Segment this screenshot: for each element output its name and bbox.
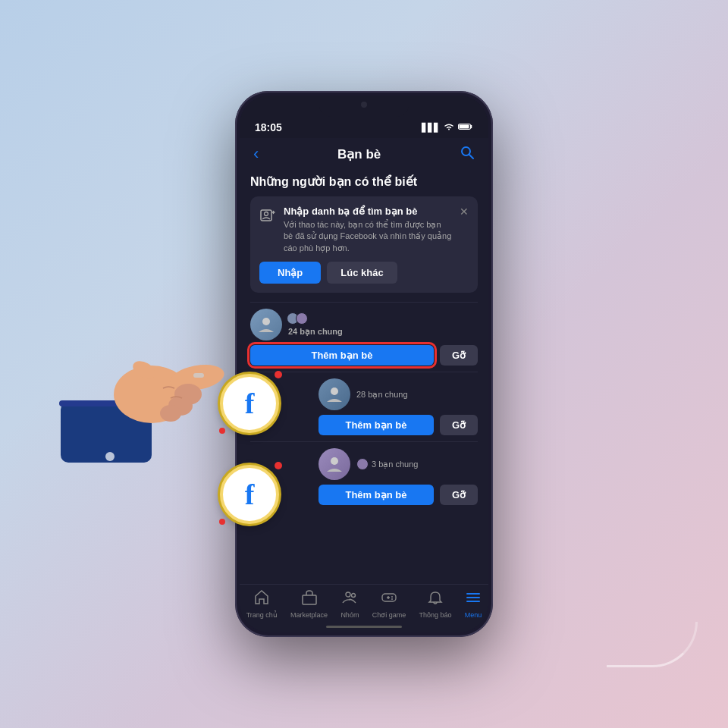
import-close-button[interactable]: ✕ — [460, 206, 469, 218]
friend-info-3: 3 bạn chung — [355, 458, 418, 470]
back-button[interactable]: ‹ — [253, 144, 259, 164]
import-button[interactable]: Nhập — [259, 262, 321, 284]
import-title: Nhập danh bạ để tìm bạn bè — [284, 206, 452, 217]
later-button[interactable]: Lúc khác — [327, 262, 397, 284]
import-card: Nhập danh bạ để tìm bạn bè Với thao tác … — [250, 196, 478, 293]
svg-point-7 — [331, 388, 338, 395]
remove-button-1[interactable]: Gỡ — [440, 345, 478, 366]
status-icons: ▋▋▋ — [422, 123, 473, 133]
add-friend-button-1[interactable]: Thêm bạn bè — [250, 345, 434, 366]
import-card-header: Nhập danh bạ để tìm bạn bè Với thao tác … — [259, 206, 469, 254]
svg-rect-9 — [303, 595, 316, 604]
mutual-count-2: 28 bạn chung — [356, 390, 408, 400]
svg-line-3 — [469, 155, 473, 158]
status-time: 18:05 — [255, 121, 282, 133]
nav-menu-label: Menu — [465, 611, 482, 619]
add-friend-button-3[interactable]: Thêm bạn bè — [318, 485, 434, 505]
page-title: Bạn bè — [337, 146, 381, 162]
friend-avatar-3 — [318, 448, 350, 480]
svg-point-5 — [265, 212, 268, 216]
marketplace-icon — [301, 589, 318, 610]
fb-logo-2: f — [220, 465, 279, 524]
nav-gaming-label: Chơi game — [372, 611, 406, 619]
notch — [318, 96, 410, 117]
groups-icon — [341, 589, 358, 610]
friend-actions-2: Thêm bạn bè Gỡ — [318, 415, 478, 435]
home-indicator — [326, 626, 402, 628]
mutual-icons-1 — [287, 312, 343, 325]
nav-marketplace[interactable]: Marketplace — [290, 589, 328, 619]
nav-marketplace-label: Marketplace — [290, 611, 328, 619]
svg-rect-29 — [193, 373, 204, 378]
screen: 18:05 ▋▋▋ — [240, 96, 488, 632]
import-text: Nhập danh bạ để tìm bạn bè Với thao tác … — [284, 206, 452, 254]
battery-icon — [458, 123, 473, 132]
svg-point-11 — [352, 594, 356, 598]
signal-icon: ▋▋▋ — [422, 123, 440, 133]
deco-curve — [607, 622, 698, 667]
svg-point-15 — [391, 596, 393, 598]
app-header: ‹ Bạn bè — [240, 138, 488, 170]
friend-actions-1: Thêm bạn bè Gỡ — [250, 345, 478, 366]
nav-menu[interactable]: Menu — [465, 589, 482, 619]
svg-point-8 — [331, 457, 338, 465]
nav-home-label: Trang chủ — [246, 611, 278, 619]
svg-rect-1 — [460, 125, 469, 129]
content: Những người bạn có thể biết — [240, 170, 488, 511]
friend-item-1: 24 bạn chung Thêm bạn bè Gỡ — [250, 302, 478, 372]
svg-point-16 — [391, 598, 393, 600]
friend-info-1: 24 bạn chung — [287, 312, 343, 337]
friend-meta-1: 24 bạn chung — [250, 309, 478, 340]
svg-point-10 — [346, 592, 350, 597]
svg-point-22 — [105, 452, 115, 461]
notch-dot — [361, 102, 367, 108]
remove-button-3[interactable]: Gỡ — [440, 485, 478, 505]
friend-name-1: 24 bạn chung — [287, 312, 343, 337]
remove-button-2[interactable]: Gỡ — [440, 415, 478, 435]
scene: 18:05 ▋▋▋ — [0, 0, 728, 728]
nav-gaming[interactable]: Chơi game — [372, 589, 406, 619]
mutual-count-1: 24 bạn chung — [288, 327, 343, 336]
mutual-count-3: 3 bạn chung — [356, 458, 418, 470]
phone: 18:05 ▋▋▋ — [235, 91, 493, 637]
fb-logo-1: f — [220, 374, 279, 433]
import-buttons: Nhập Lúc khác — [259, 262, 469, 284]
friend-meta-3: 3 bạn chung — [318, 448, 478, 480]
import-desc: Với thao tác này, bạn có thể tìm được bạ… — [284, 219, 452, 254]
friend-item-3: 3 bạn chung Thêm bạn bè Gỡ — [250, 441, 478, 511]
gaming-icon — [381, 589, 397, 610]
nav-groups-label: Nhóm — [340, 611, 359, 619]
section-title: Những người bạn có thể biết — [250, 174, 478, 189]
add-friend-button-2[interactable]: Thêm bạn bè — [318, 415, 434, 435]
svg-point-6 — [262, 318, 270, 325]
svg-point-27 — [160, 405, 181, 422]
nav-groups[interactable]: Nhóm — [340, 589, 359, 619]
friend-actions-3: Thêm bạn bè Gỡ — [318, 485, 478, 505]
friend-meta-2: 28 bạn chung — [318, 378, 478, 410]
phone-inner: 18:05 ▋▋▋ — [240, 96, 488, 632]
wifi-icon — [444, 123, 454, 132]
notifications-icon — [427, 589, 444, 610]
contacts-icon — [259, 207, 276, 228]
menu-icon — [465, 589, 482, 610]
nav-home[interactable]: Trang chủ — [246, 589, 278, 619]
home-icon — [253, 589, 270, 610]
nav-notifications[interactable]: Thông báo — [419, 589, 451, 619]
friend-info-2: 28 bạn chung — [355, 390, 408, 400]
nav-notifications-label: Thông báo — [419, 611, 451, 619]
friend-avatar-2 — [318, 378, 350, 410]
search-button[interactable] — [460, 145, 475, 164]
friend-item-2: 28 bạn chung Thêm bạn bè Gỡ — [250, 372, 478, 441]
